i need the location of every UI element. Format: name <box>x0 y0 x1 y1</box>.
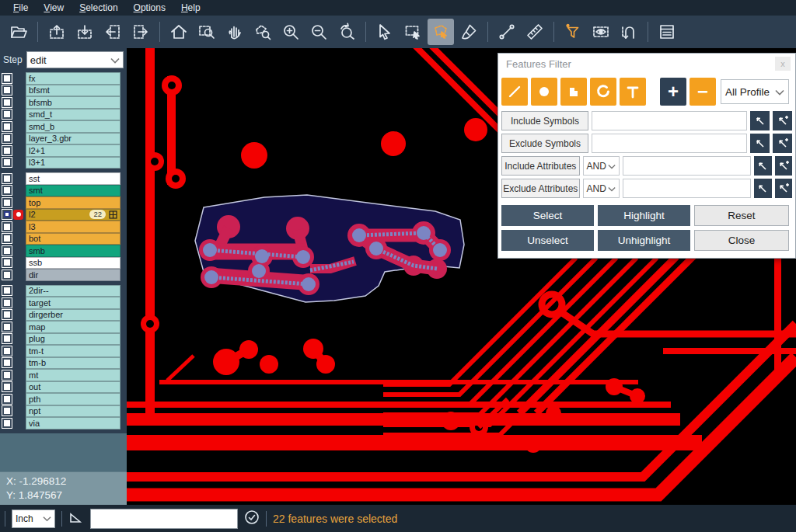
layer-row-pth[interactable]: pth <box>0 393 127 405</box>
include-attributes-pick-button[interactable] <box>754 156 771 176</box>
unhighlight-button[interactable]: Unhighlight <box>598 230 690 251</box>
ruler-icon[interactable] <box>522 19 548 45</box>
import-down-icon[interactable] <box>72 19 98 45</box>
layer-visibility-checkbox[interactable] <box>2 270 12 280</box>
include-attributes-pick-add-button[interactable] <box>775 156 792 176</box>
layer-visibility-checkbox[interactable] <box>2 74 12 83</box>
zoom-window-icon[interactable] <box>194 19 220 45</box>
layer-visibility-checkbox[interactable] <box>2 406 12 416</box>
select-pointer-icon[interactable] <box>372 19 398 45</box>
layer-visibility-checkbox[interactable] <box>2 322 12 332</box>
line-tool-button[interactable] <box>501 78 528 106</box>
layer-row-map[interactable]: map <box>0 321 127 333</box>
layer-row-bfsmt[interactable]: bfsmt <box>0 85 127 97</box>
layer-visibility-checkbox[interactable] <box>2 298 12 308</box>
pad-tool-button[interactable] <box>531 78 557 106</box>
zoom-in-icon[interactable] <box>278 19 304 45</box>
layer-visibility-checkbox[interactable] <box>2 419 12 428</box>
layer-row-bot[interactable]: bot <box>0 233 127 245</box>
dialog-close-button[interactable]: x <box>775 57 791 71</box>
exclude-symbols-input[interactable] <box>592 134 747 153</box>
menu-selection[interactable]: Selection <box>72 1 124 15</box>
layer-row-via[interactable]: via <box>0 417 127 429</box>
layer-row-l2+1[interactable]: l2+1 <box>0 144 127 157</box>
rect-select-icon[interactable] <box>400 19 426 45</box>
home-view-icon[interactable] <box>166 19 192 45</box>
layer-row-layer_3.gbr[interactable]: layer_3.gbr <box>0 133 127 145</box>
layer-visibility-checkbox[interactable] <box>2 158 12 167</box>
exclude-polarity-button[interactable]: − <box>690 78 716 106</box>
include-attributes-operator-dropdown[interactable]: AND <box>583 156 620 176</box>
profile-dropdown[interactable]: All Profile <box>721 79 789 104</box>
layer-row-smd_b[interactable]: smd_b <box>0 120 127 133</box>
layer-visibility-checkbox[interactable] <box>2 370 12 380</box>
layer-row-2dir--[interactable]: 2dir-- <box>0 285 127 297</box>
exclude-attributes-input[interactable] <box>623 179 751 198</box>
layer-row-dir[interactable]: dir <box>0 269 127 281</box>
view-options-icon[interactable] <box>588 19 614 45</box>
layer-visibility-checkbox[interactable] <box>2 382 12 391</box>
exclude-symbols-pick-button[interactable] <box>750 134 770 153</box>
highlight-button[interactable]: Highlight <box>598 205 690 226</box>
surface-tool-button[interactable] <box>560 78 587 106</box>
pan-hand-icon[interactable] <box>222 19 248 45</box>
unselect-button[interactable]: Unselect <box>501 230 594 251</box>
corner-angle-icon[interactable] <box>68 510 84 527</box>
exclude-attributes-operator-dropdown[interactable]: AND <box>583 179 620 198</box>
layer-row-npt[interactable]: npt <box>0 405 127 418</box>
layer-row-target[interactable]: target <box>0 297 127 309</box>
layer-row-smd_t[interactable]: smd_t <box>0 109 127 121</box>
layer-visibility-checkbox[interactable] <box>2 146 12 155</box>
zoom-out-icon[interactable] <box>305 19 332 45</box>
layer-visibility-checkbox[interactable] <box>2 98 12 107</box>
layer-row-smt[interactable]: smt <box>0 185 127 197</box>
step-dropdown[interactable]: edit <box>26 51 124 68</box>
layer-visibility-checkbox[interactable] <box>2 110 12 119</box>
layer-row-l2[interactable]: l222 <box>0 209 127 221</box>
layer-row-tm-t[interactable]: tm-t <box>0 345 127 357</box>
layer-row-top[interactable]: top <box>0 196 127 209</box>
layer-visibility-checkbox[interactable] <box>2 286 12 295</box>
menu-file[interactable]: File <box>6 1 35 15</box>
layer-row-sst[interactable]: sst <box>0 172 127 185</box>
units-dropdown[interactable]: Inch <box>12 509 55 528</box>
menu-help[interactable]: Help <box>174 1 208 15</box>
layer-visibility-checkbox[interactable] <box>2 246 12 256</box>
refresh-check-icon[interactable] <box>244 509 260 528</box>
layer-visibility-checkbox[interactable] <box>2 85 12 95</box>
include-polarity-button[interactable]: + <box>660 78 686 106</box>
text-tool-button[interactable] <box>620 78 646 106</box>
layer-visibility-checkbox[interactable] <box>2 395 12 404</box>
exclude-attributes-pick-add-button[interactable] <box>775 179 792 198</box>
include-attributes-input[interactable] <box>623 156 751 176</box>
layer-row-l3[interactable]: l3 <box>0 221 127 233</box>
export-up-icon[interactable] <box>44 19 70 45</box>
menu-options[interactable]: Options <box>127 1 173 15</box>
layer-visibility-checkbox[interactable] <box>2 198 12 207</box>
layer-row-dirgerber[interactable]: dirgerber <box>0 309 127 322</box>
include-symbols-input[interactable] <box>592 111 747 130</box>
layer-row-out[interactable]: out <box>0 381 127 394</box>
layer-row-bfsmb[interactable]: bfsmb <box>0 96 127 109</box>
snap-loop-icon[interactable] <box>616 19 642 45</box>
include-symbols-button[interactable]: Include Symbols <box>501 111 588 130</box>
arc-tool-button[interactable] <box>590 78 616 106</box>
zoom-polygon-icon[interactable] <box>250 19 276 45</box>
exclude-attributes-button[interactable]: Exclude Attributes <box>501 179 580 198</box>
layer-row-ssb[interactable]: ssb <box>0 257 127 269</box>
layer-row-l3+1[interactable]: l3+1 <box>0 157 127 169</box>
layer-visibility-checkbox[interactable] <box>2 358 12 367</box>
layer-visibility-checkbox[interactable] <box>2 122 12 131</box>
layer-visibility-checkbox[interactable] <box>2 134 12 143</box>
layer-visibility-checkbox[interactable] <box>2 174 12 183</box>
exclude-symbols-pick-add-button[interactable] <box>773 134 792 153</box>
measure-points-icon[interactable] <box>494 19 520 45</box>
command-input[interactable] <box>90 509 238 529</box>
exclude-symbols-button[interactable]: Exclude Symbols <box>501 134 588 153</box>
layer-visibility-checkbox[interactable] <box>2 186 12 195</box>
polygon-select-icon[interactable] <box>428 19 454 45</box>
include-attributes-button[interactable]: Include Attributes <box>501 156 580 176</box>
layer-visibility-checkbox[interactable] <box>2 334 12 343</box>
layer-visibility-checkbox[interactable] <box>2 258 12 267</box>
menu-view[interactable]: View <box>37 1 71 15</box>
